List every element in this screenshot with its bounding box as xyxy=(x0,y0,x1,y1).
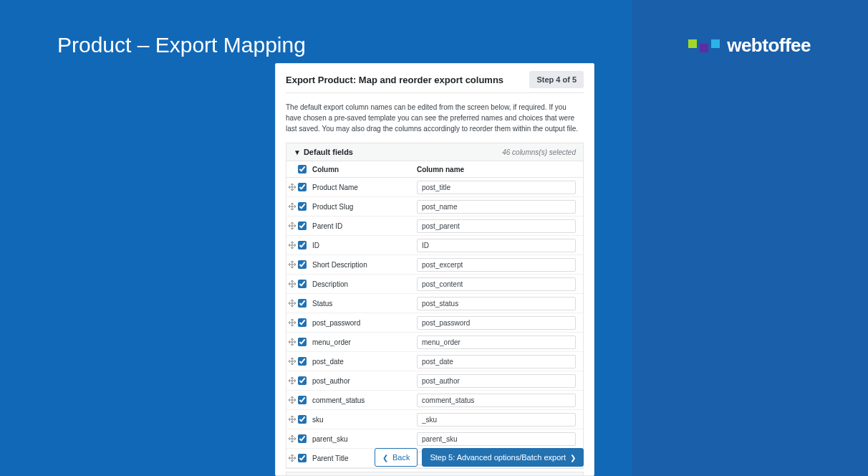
section-taxonomies: ▶ Taxonomies (cat/tags/shipping-class) 5… xyxy=(286,472,584,476)
section-count: 46 columns(s) selected xyxy=(502,148,576,156)
drag-handle-icon[interactable] xyxy=(286,203,298,210)
brand-logo: webtoffee xyxy=(688,34,811,57)
next-button[interactable]: Step 5: Advanced options/Batch export ❯ xyxy=(422,448,584,467)
table-row: Short Description xyxy=(286,255,583,275)
section-default-fields-header[interactable]: ▼ Default fields 46 columns(s) selected xyxy=(286,143,583,161)
back-button[interactable]: ❮ Back xyxy=(375,448,418,467)
row-label: Product Name xyxy=(312,184,417,191)
table-row: Parent ID xyxy=(286,216,583,236)
row-checkbox[interactable] xyxy=(298,260,307,269)
row-checkbox[interactable] xyxy=(298,396,307,404)
drag-handle-icon[interactable] xyxy=(286,300,298,307)
row-label: post_password xyxy=(312,319,417,327)
drag-handle-icon[interactable] xyxy=(286,338,298,346)
checkbox-select-all[interactable] xyxy=(298,165,307,173)
row-checkbox[interactable] xyxy=(298,280,307,288)
row-label: Description xyxy=(312,280,417,288)
export-card: Export Product: Map and reorder export c… xyxy=(275,63,594,476)
row-checkbox[interactable] xyxy=(298,376,307,385)
row-checkbox[interactable] xyxy=(298,222,307,230)
drag-handle-icon[interactable] xyxy=(286,416,298,423)
table-row: post_author xyxy=(286,371,583,391)
row-checkbox[interactable] xyxy=(298,434,307,443)
drag-handle-icon[interactable] xyxy=(286,242,298,249)
table-row: menu_order xyxy=(286,333,583,352)
drag-handle-icon[interactable] xyxy=(286,377,298,384)
header-column: Column xyxy=(312,166,417,173)
row-checkbox[interactable] xyxy=(298,415,307,424)
page-title: Product – Export Mapping xyxy=(57,33,306,57)
drag-handle-icon[interactable] xyxy=(286,396,298,404)
table-row: post_date xyxy=(286,352,583,371)
row-label: Parent ID xyxy=(312,222,417,230)
table-row: Product Slug xyxy=(286,197,583,216)
row-checkbox[interactable] xyxy=(298,202,307,211)
column-name-input[interactable] xyxy=(417,200,576,214)
table-header: Column Column name xyxy=(286,161,583,178)
section-taxonomies-header[interactable]: ▶ Taxonomies (cat/tags/shipping-class) 5… xyxy=(286,472,583,476)
row-checkbox[interactable] xyxy=(298,299,307,308)
header-column-name: Column name xyxy=(417,166,576,173)
row-label: menu_order xyxy=(312,338,417,346)
row-label: sku xyxy=(312,416,417,424)
table-row: parent_sku xyxy=(286,429,583,449)
chevron-down-icon: ▼ xyxy=(294,148,301,156)
table-row: post_password xyxy=(286,313,583,333)
brand-logo-text: webtoffee xyxy=(727,34,811,57)
row-checkbox[interactable] xyxy=(298,357,307,366)
back-button-label: Back xyxy=(392,453,410,462)
column-name-input[interactable] xyxy=(417,297,576,310)
row-label: Product Slug xyxy=(312,203,417,211)
column-name-input[interactable] xyxy=(417,277,576,291)
table-row: Status xyxy=(286,294,583,313)
section-title: Default fields xyxy=(304,148,353,156)
drag-handle-icon[interactable] xyxy=(286,261,298,268)
drag-handle-icon[interactable] xyxy=(286,319,298,326)
row-label: Short Description xyxy=(312,261,417,269)
table-row: Product Name xyxy=(286,178,583,197)
column-name-input[interactable] xyxy=(417,219,576,233)
drag-handle-icon[interactable] xyxy=(286,358,298,365)
card-description: The default export column names can be e… xyxy=(286,92,584,143)
row-label: parent_sku xyxy=(312,435,417,443)
row-checkbox[interactable] xyxy=(298,241,307,249)
row-checkbox[interactable] xyxy=(298,318,307,327)
chevron-right-icon: ❯ xyxy=(570,454,576,462)
row-label: comment_status xyxy=(312,396,417,404)
column-name-input[interactable] xyxy=(417,374,576,388)
chevron-left-icon: ❮ xyxy=(382,454,388,462)
row-label: ID xyxy=(312,242,417,249)
row-checkbox[interactable] xyxy=(298,454,307,462)
table-row: Description xyxy=(286,275,583,294)
next-button-label: Step 5: Advanced options/Batch export xyxy=(430,453,566,462)
column-name-input[interactable] xyxy=(417,316,576,330)
column-name-input[interactable] xyxy=(417,239,576,252)
column-name-input[interactable] xyxy=(417,258,576,272)
column-name-input[interactable] xyxy=(417,335,576,349)
drag-handle-icon[interactable] xyxy=(286,184,298,191)
row-label: post_author xyxy=(312,377,417,385)
drag-handle-icon[interactable] xyxy=(286,454,298,462)
row-checkbox[interactable] xyxy=(298,183,307,191)
drag-handle-icon[interactable] xyxy=(286,280,298,287)
brand-logo-icon xyxy=(688,39,720,52)
column-name-input[interactable] xyxy=(417,413,576,427)
step-badge: Step 4 of 5 xyxy=(529,71,584,88)
sidebar-band xyxy=(632,0,868,476)
table-row: ID xyxy=(286,236,583,255)
drag-handle-icon[interactable] xyxy=(286,222,298,229)
table-row: comment_status xyxy=(286,391,583,410)
column-name-input[interactable] xyxy=(417,181,576,194)
column-name-input[interactable] xyxy=(417,394,576,407)
row-label: Status xyxy=(312,300,417,308)
row-checkbox[interactable] xyxy=(298,338,307,346)
drag-handle-icon[interactable] xyxy=(286,435,298,442)
column-name-input[interactable] xyxy=(417,355,576,368)
section-default-fields: ▼ Default fields 46 columns(s) selected … xyxy=(286,143,584,469)
column-name-input[interactable] xyxy=(417,432,576,446)
row-label: post_date xyxy=(312,358,417,366)
card-title: Export Product: Map and reorder export c… xyxy=(286,75,503,85)
table-row: sku xyxy=(286,410,583,429)
